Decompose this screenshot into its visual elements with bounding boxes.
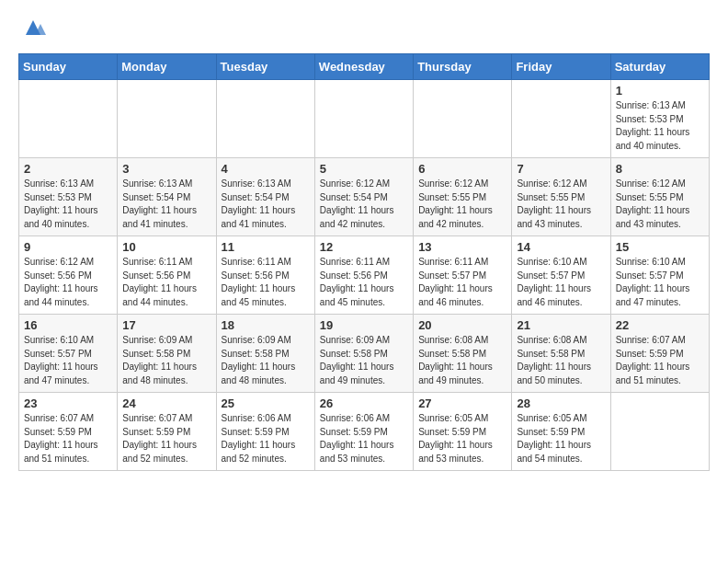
day-number: 17	[122, 318, 210, 332]
day-info: Sunrise: 6:05 AM Sunset: 5:59 PM Dayligh…	[418, 412, 506, 465]
weekday-saturday: Saturday	[610, 54, 709, 80]
calendar-cell: 28Sunrise: 6:05 AM Sunset: 5:59 PM Dayli…	[512, 393, 610, 471]
calendar-cell	[118, 80, 216, 158]
day-number: 18	[222, 318, 310, 332]
calendar-cell: 7Sunrise: 6:12 AM Sunset: 5:55 PM Daylig…	[512, 158, 610, 236]
calendar-cell: 9Sunrise: 6:12 AM Sunset: 5:56 PM Daylig…	[19, 236, 118, 315]
calendar-cell: 1Sunrise: 6:13 AM Sunset: 5:53 PM Daylig…	[610, 80, 709, 158]
day-info: Sunrise: 6:06 AM Sunset: 5:59 PM Dayligh…	[222, 412, 310, 465]
calendar-cell: 10Sunrise: 6:11 AM Sunset: 5:56 PM Dayli…	[118, 236, 216, 315]
day-number: 22	[616, 318, 704, 332]
calendar-cell	[19, 80, 118, 158]
day-info: Sunrise: 6:11 AM Sunset: 5:56 PM Dayligh…	[222, 256, 310, 309]
day-number: 2	[24, 162, 112, 176]
calendar-cell: 14Sunrise: 6:10 AM Sunset: 5:57 PM Dayli…	[512, 236, 610, 315]
calendar-cell: 21Sunrise: 6:08 AM Sunset: 5:58 PM Dayli…	[512, 315, 610, 393]
day-info: Sunrise: 6:07 AM Sunset: 5:59 PM Dayligh…	[616, 334, 704, 387]
calendar-cell: 15Sunrise: 6:10 AM Sunset: 5:57 PM Dayli…	[610, 236, 709, 315]
calendar-cell: 26Sunrise: 6:06 AM Sunset: 5:59 PM Dayli…	[314, 393, 413, 471]
calendar-cell: 2Sunrise: 6:13 AM Sunset: 5:53 PM Daylig…	[19, 158, 118, 236]
day-number: 27	[418, 396, 506, 410]
page-header	[18, 15, 710, 44]
day-info: Sunrise: 6:05 AM Sunset: 5:59 PM Dayligh…	[517, 412, 605, 465]
weekday-friday: Friday	[512, 54, 610, 80]
day-info: Sunrise: 6:10 AM Sunset: 5:57 PM Dayligh…	[517, 256, 605, 309]
calendar-cell	[512, 80, 610, 158]
day-info: Sunrise: 6:08 AM Sunset: 5:58 PM Dayligh…	[517, 334, 605, 387]
calendar-week-1: 2Sunrise: 6:13 AM Sunset: 5:53 PM Daylig…	[19, 158, 710, 236]
weekday-tuesday: Tuesday	[216, 54, 314, 80]
calendar-week-2: 9Sunrise: 6:12 AM Sunset: 5:56 PM Daylig…	[19, 236, 710, 315]
calendar-week-0: 1Sunrise: 6:13 AM Sunset: 5:53 PM Daylig…	[19, 80, 710, 158]
calendar-cell: 13Sunrise: 6:11 AM Sunset: 5:57 PM Dayli…	[414, 236, 512, 315]
day-number: 15	[616, 240, 704, 254]
calendar-cell	[414, 80, 512, 158]
day-number: 7	[517, 162, 605, 176]
calendar-cell	[610, 393, 709, 471]
day-info: Sunrise: 6:12 AM Sunset: 5:54 PM Dayligh…	[320, 178, 408, 231]
day-number: 6	[418, 162, 506, 176]
day-number: 9	[24, 240, 112, 254]
calendar-cell: 23Sunrise: 6:07 AM Sunset: 5:59 PM Dayli…	[19, 393, 118, 471]
calendar-cell: 25Sunrise: 6:06 AM Sunset: 5:59 PM Dayli…	[216, 393, 314, 471]
day-number: 20	[418, 318, 506, 332]
day-number: 26	[320, 396, 408, 410]
day-info: Sunrise: 6:11 AM Sunset: 5:56 PM Dayligh…	[320, 256, 408, 309]
logo	[18, 15, 46, 44]
calendar-cell: 27Sunrise: 6:05 AM Sunset: 5:59 PM Dayli…	[414, 393, 512, 471]
day-number: 10	[122, 240, 210, 254]
calendar-cell: 16Sunrise: 6:10 AM Sunset: 5:57 PM Dayli…	[19, 315, 118, 393]
day-info: Sunrise: 6:09 AM Sunset: 5:58 PM Dayligh…	[122, 334, 210, 387]
calendar-cell: 18Sunrise: 6:09 AM Sunset: 5:58 PM Dayli…	[216, 315, 314, 393]
calendar-cell: 19Sunrise: 6:09 AM Sunset: 5:58 PM Dayli…	[314, 315, 413, 393]
day-number: 24	[122, 396, 210, 410]
calendar-cell: 22Sunrise: 6:07 AM Sunset: 5:59 PM Dayli…	[610, 315, 709, 393]
calendar-cell: 24Sunrise: 6:07 AM Sunset: 5:59 PM Dayli…	[118, 393, 216, 471]
calendar-cell: 3Sunrise: 6:13 AM Sunset: 5:54 PM Daylig…	[118, 158, 216, 236]
day-info: Sunrise: 6:10 AM Sunset: 5:57 PM Dayligh…	[24, 334, 112, 387]
day-number: 5	[320, 162, 408, 176]
day-number: 11	[222, 240, 310, 254]
day-number: 19	[320, 318, 408, 332]
day-number: 13	[418, 240, 506, 254]
calendar-week-4: 23Sunrise: 6:07 AM Sunset: 5:59 PM Dayli…	[19, 393, 710, 471]
weekday-thursday: Thursday	[414, 54, 512, 80]
day-number: 3	[122, 162, 210, 176]
day-number: 16	[24, 318, 112, 332]
calendar-cell	[314, 80, 413, 158]
day-number: 23	[24, 396, 112, 410]
day-info: Sunrise: 6:11 AM Sunset: 5:56 PM Dayligh…	[122, 256, 210, 309]
calendar: SundayMondayTuesdayWednesdayThursdayFrid…	[18, 53, 710, 471]
day-number: 14	[517, 240, 605, 254]
day-number: 8	[616, 162, 704, 176]
day-info: Sunrise: 6:12 AM Sunset: 5:56 PM Dayligh…	[24, 256, 112, 309]
day-info: Sunrise: 6:12 AM Sunset: 5:55 PM Dayligh…	[616, 178, 704, 231]
day-info: Sunrise: 6:11 AM Sunset: 5:57 PM Dayligh…	[418, 256, 506, 309]
day-info: Sunrise: 6:10 AM Sunset: 5:57 PM Dayligh…	[616, 256, 704, 309]
calendar-cell: 4Sunrise: 6:13 AM Sunset: 5:54 PM Daylig…	[216, 158, 314, 236]
calendar-cell: 20Sunrise: 6:08 AM Sunset: 5:58 PM Dayli…	[414, 315, 512, 393]
calendar-cell: 17Sunrise: 6:09 AM Sunset: 5:58 PM Dayli…	[118, 315, 216, 393]
day-info: Sunrise: 6:12 AM Sunset: 5:55 PM Dayligh…	[517, 178, 605, 231]
day-number: 4	[222, 162, 310, 176]
day-info: Sunrise: 6:13 AM Sunset: 5:53 PM Dayligh…	[24, 178, 112, 231]
day-number: 21	[517, 318, 605, 332]
calendar-cell: 5Sunrise: 6:12 AM Sunset: 5:54 PM Daylig…	[314, 158, 413, 236]
weekday-monday: Monday	[118, 54, 216, 80]
weekday-header-row: SundayMondayTuesdayWednesdayThursdayFrid…	[19, 54, 710, 80]
calendar-cell: 11Sunrise: 6:11 AM Sunset: 5:56 PM Dayli…	[216, 236, 314, 315]
day-info: Sunrise: 6:07 AM Sunset: 5:59 PM Dayligh…	[122, 412, 210, 465]
calendar-cell: 6Sunrise: 6:12 AM Sunset: 5:55 PM Daylig…	[414, 158, 512, 236]
day-info: Sunrise: 6:12 AM Sunset: 5:55 PM Dayligh…	[418, 178, 506, 231]
day-number: 1	[616, 84, 704, 98]
calendar-cell	[216, 80, 314, 158]
day-info: Sunrise: 6:13 AM Sunset: 5:54 PM Dayligh…	[122, 178, 210, 231]
weekday-sunday: Sunday	[19, 54, 118, 80]
calendar-cell: 12Sunrise: 6:11 AM Sunset: 5:56 PM Dayli…	[314, 236, 413, 315]
day-number: 25	[222, 396, 310, 410]
day-info: Sunrise: 6:09 AM Sunset: 5:58 PM Dayligh…	[320, 334, 408, 387]
day-number: 28	[517, 396, 605, 410]
day-info: Sunrise: 6:08 AM Sunset: 5:58 PM Dayligh…	[418, 334, 506, 387]
calendar-cell: 8Sunrise: 6:12 AM Sunset: 5:55 PM Daylig…	[610, 158, 709, 236]
day-info: Sunrise: 6:13 AM Sunset: 5:54 PM Dayligh…	[222, 178, 310, 231]
